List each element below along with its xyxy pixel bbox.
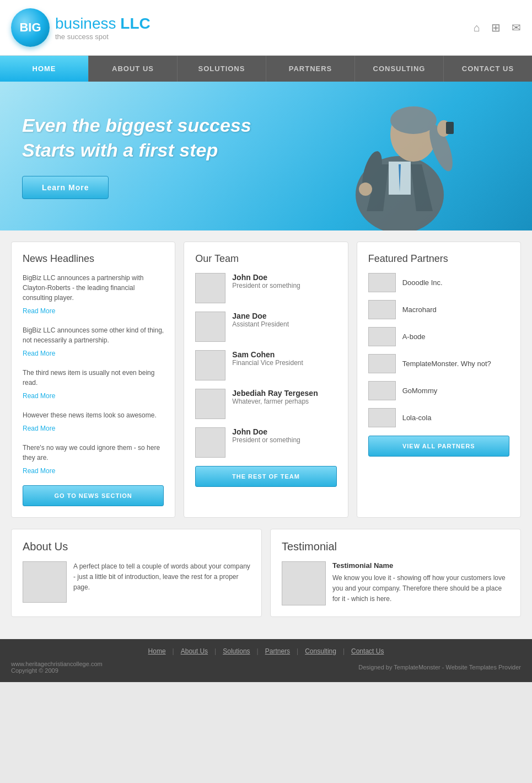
partner-name-4: TemplateMonster. Why not?: [402, 360, 491, 368]
partner-name-5: GoMommy: [402, 387, 438, 395]
hero-person-image: [311, 82, 488, 230]
testimonial-body: We know you love it - showing off how yo…: [332, 573, 509, 605]
nav-contact[interactable]: CONTACT US: [444, 56, 532, 82]
team-name-4: Jebediah Ray Tergesen: [232, 389, 318, 398]
partners-heading: Featured Partners: [368, 253, 509, 265]
team-photo-5: [195, 427, 225, 458]
hero-line1: Even the biggest success: [22, 115, 251, 136]
news-item-4: However these news items look so awesome…: [23, 410, 164, 433]
nav-consulting[interactable]: CONSULTING: [355, 56, 444, 82]
team-title-2: Assistant President: [232, 320, 289, 328]
footer-sep-1: |: [173, 647, 174, 655]
footer-link-home[interactable]: Home: [148, 647, 166, 655]
news-text-2: BigBiz LLC announces some other kind of …: [23, 325, 164, 345]
team-info-3: Sam Cohen Financial Vice President: [232, 350, 303, 367]
logo-subtitle: the success spot: [55, 33, 151, 41]
partner-name-6: Lola-cola: [402, 414, 432, 422]
footer-link-about[interactable]: About Us: [181, 647, 208, 655]
rest-of-team-button[interactable]: THE REST OF TEAM: [195, 466, 336, 487]
about-content: A perfect place to tell a couple of word…: [23, 561, 250, 603]
footer-link-solutions[interactable]: Solutions: [223, 647, 250, 655]
partner-logo-2: [368, 300, 396, 319]
footer-credit: Designed by TemplateMonster - Website Te…: [358, 664, 521, 671]
partner-logo-3: [368, 327, 396, 346]
footer-link-consulting[interactable]: Consulting: [305, 647, 336, 655]
team-member-5: John Doe President or something: [195, 427, 336, 458]
view-all-partners-button[interactable]: VIEW ALL PARTNERS: [368, 436, 509, 457]
partner-item-6: Lola-cola: [368, 408, 509, 427]
team-title-1: President or something: [232, 282, 300, 289]
team-name-1: John Doe: [232, 273, 300, 282]
about-us-box: About Us A perfect place to tell a coupl…: [11, 529, 262, 617]
team-heading: Our Team: [195, 253, 336, 265]
logo-circle: BIG: [11, 8, 50, 47]
about-heading: About Us: [23, 540, 250, 553]
news-item-1: BigBiz LLC announces a partnership with …: [23, 273, 164, 315]
about-image: [23, 561, 67, 603]
home-icon[interactable]: ⌂: [474, 22, 480, 34]
businessman-svg: [323, 84, 477, 230]
footer-link-contact[interactable]: Contact Us: [351, 647, 384, 655]
team-photo-1: [195, 273, 225, 303]
news-text-4: However these news items look so awesome…: [23, 410, 164, 420]
team-photo-3: [195, 350, 225, 380]
partner-logo-5: [368, 381, 396, 400]
hero-headline: Even the biggest success Starts with a f…: [22, 113, 251, 162]
partner-item-4: TemplateMonster. Why not?: [368, 354, 509, 373]
footer-sep-3: |: [257, 647, 259, 655]
news-column: News Headlines BigBiz LLC announces a pa…: [11, 242, 175, 518]
team-photo-2: [195, 312, 225, 342]
partner-logo-6: [368, 408, 396, 427]
team-info-5: John Doe President or something: [232, 427, 300, 444]
nav-about[interactable]: ABOUT US: [89, 56, 178, 82]
hero-learn-more-button[interactable]: Learn More: [22, 176, 109, 199]
go-to-news-button[interactable]: GO TO NEWS SECTION: [23, 485, 164, 506]
team-info-4: Jebediah Ray Tergesen Whatever, farmer p…: [232, 389, 318, 405]
logo-big-text: BIG: [19, 20, 41, 35]
grid-icon[interactable]: ⊞: [491, 21, 501, 34]
about-text: A perfect place to tell a couple of word…: [73, 561, 250, 603]
news-text-3: The third news item is usually not even …: [23, 368, 164, 388]
svg-rect-9: [446, 122, 454, 134]
header: BIG business LLC the success spot ⌂ ⊞ ✉: [0, 0, 532, 56]
partner-item-2: Macrohard: [368, 300, 509, 319]
nav-solutions[interactable]: SOLUTIONS: [178, 56, 266, 82]
team-member-1: John Doe President or something: [195, 273, 336, 303]
nav-home[interactable]: HOME: [0, 56, 89, 82]
team-member-3: Sam Cohen Financial Vice President: [195, 350, 336, 380]
team-name-2: Jane Doe: [232, 312, 289, 320]
news-read-more-5[interactable]: Read More: [23, 467, 55, 475]
footer-bottom: www.heritagechristiancollege.comCopyrigh…: [11, 661, 521, 674]
hero-line2: Starts with a first step: [22, 140, 218, 160]
email-icon[interactable]: ✉: [512, 21, 521, 34]
testimonial-image: [282, 561, 326, 605]
hero-text: Even the biggest success Starts with a f…: [0, 96, 273, 215]
news-read-more-2[interactable]: Read More: [23, 350, 55, 357]
footer-link-partners[interactable]: Partners: [265, 647, 290, 655]
partner-name-2: Macrohard: [402, 305, 437, 314]
hero-banner: Even the biggest success Starts with a f…: [0, 82, 532, 230]
news-item-5: There's no way we could ignore them - so…: [23, 443, 164, 475]
news-item-3: The third news item is usually not even …: [23, 368, 164, 400]
team-name-5: John Doe: [232, 427, 300, 436]
team-title-3: Financial Vice President: [232, 359, 303, 367]
team-member-4: Jebediah Ray Tergesen Whatever, farmer p…: [195, 389, 336, 419]
news-item-2: BigBiz LLC announces some other kind of …: [23, 325, 164, 358]
header-icons: ⌂ ⊞ ✉: [474, 21, 521, 34]
partner-item-3: A-bode: [368, 327, 509, 346]
partner-name-3: A-bode: [402, 332, 426, 341]
team-photo-4: [195, 389, 225, 419]
news-read-more-1[interactable]: Read More: [23, 307, 55, 315]
logo-company-name: business LLC: [55, 15, 151, 32]
news-read-more-4[interactable]: Read More: [23, 425, 55, 432]
logo-area: BIG business LLC the success spot: [11, 8, 151, 47]
testimonial-text-area: Testimonial Name We know you love it - s…: [332, 561, 509, 605]
logo-title: business LLC: [55, 15, 151, 33]
news-text-1: BigBiz LLC announces a partnership with …: [23, 273, 164, 303]
partners-column: Featured Partners Dooodle Inc. Macrohard…: [357, 242, 521, 518]
news-read-more-3[interactable]: Read More: [23, 392, 55, 400]
nav-partners[interactable]: PARTNERS: [266, 56, 355, 82]
testimonial-content: Testimonial Name We know you love it - s…: [282, 561, 509, 605]
team-member-2: Jane Doe Assistant President: [195, 312, 336, 342]
main-nav: HOME ABOUT US SOLUTIONS PARTNERS CONSULT…: [0, 56, 532, 82]
